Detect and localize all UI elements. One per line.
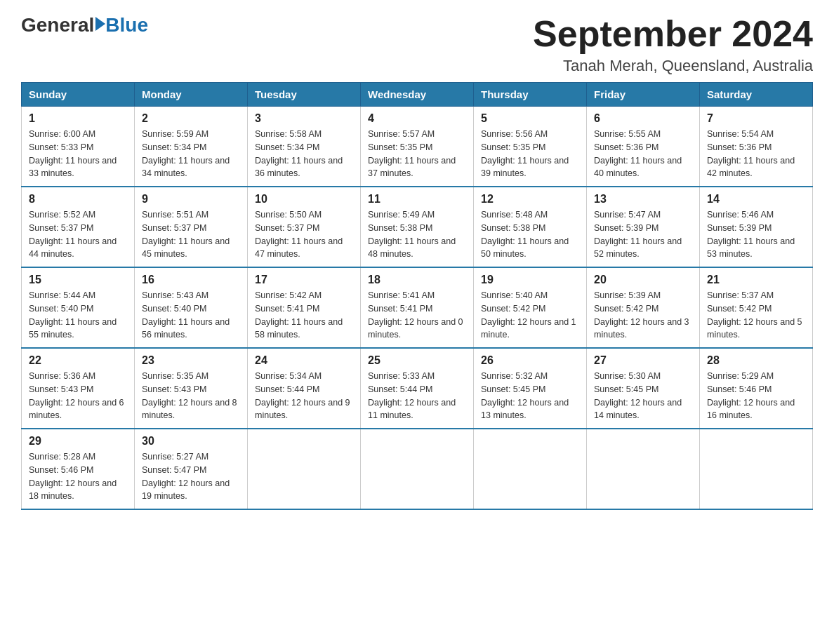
table-row: 29 Sunrise: 5:28 AMSunset: 5:46 PMDaylig… [22, 429, 135, 509]
logo-blue-container: Blue [94, 14, 148, 36]
table-row: 17 Sunrise: 5:42 AMSunset: 5:41 PMDaylig… [248, 267, 361, 348]
day-info: Sunrise: 5:37 AMSunset: 5:42 PMDaylight:… [707, 289, 805, 342]
logo-triangle-icon [95, 17, 105, 31]
calendar-week-row: 8 Sunrise: 5:52 AMSunset: 5:37 PMDayligh… [22, 187, 813, 267]
logo-blue-text: Blue [105, 14, 148, 36]
calendar-week-row: 29 Sunrise: 5:28 AMSunset: 5:46 PMDaylig… [22, 429, 813, 509]
day-info: Sunrise: 5:28 AMSunset: 5:46 PMDaylight:… [29, 450, 127, 503]
empty-cell [248, 429, 361, 509]
day-info: Sunrise: 5:40 AMSunset: 5:42 PMDaylight:… [481, 289, 579, 342]
table-row: 8 Sunrise: 5:52 AMSunset: 5:37 PMDayligh… [22, 187, 135, 267]
day-info: Sunrise: 5:47 AMSunset: 5:39 PMDaylight:… [594, 208, 692, 261]
day-info: Sunrise: 5:33 AMSunset: 5:44 PMDaylight:… [368, 370, 466, 422]
day-number: 9 [142, 193, 240, 206]
day-number: 23 [142, 354, 240, 367]
day-info: Sunrise: 5:44 AMSunset: 5:40 PMDaylight:… [29, 289, 127, 342]
table-row: 23 Sunrise: 5:35 AMSunset: 5:43 PMDaylig… [135, 348, 248, 429]
day-number: 18 [368, 274, 466, 286]
col-header-thursday: Thursday [474, 83, 587, 107]
calendar-header-row: Sunday Monday Tuesday Wednesday Thursday… [22, 83, 813, 107]
title-area: September 2024 Tanah Merah, Queensland, … [533, 14, 813, 75]
empty-cell [700, 429, 813, 509]
day-number: 10 [255, 193, 353, 206]
table-row: 5 Sunrise: 5:56 AMSunset: 5:35 PMDayligh… [474, 107, 587, 187]
logo: General Blue [21, 14, 148, 36]
table-row: 20 Sunrise: 5:39 AMSunset: 5:42 PMDaylig… [587, 267, 700, 348]
table-row: 27 Sunrise: 5:30 AMSunset: 5:45 PMDaylig… [587, 348, 700, 429]
day-info: Sunrise: 5:51 AMSunset: 5:37 PMDaylight:… [142, 208, 240, 261]
col-header-sunday: Sunday [22, 83, 135, 107]
day-info: Sunrise: 5:52 AMSunset: 5:37 PMDaylight:… [29, 208, 127, 261]
table-row: 14 Sunrise: 5:46 AMSunset: 5:39 PMDaylig… [700, 187, 813, 267]
day-number: 6 [594, 112, 692, 125]
table-row: 6 Sunrise: 5:55 AMSunset: 5:36 PMDayligh… [587, 107, 700, 187]
day-number: 1 [29, 112, 127, 125]
table-row: 21 Sunrise: 5:37 AMSunset: 5:42 PMDaylig… [700, 267, 813, 348]
day-info: Sunrise: 5:55 AMSunset: 5:36 PMDaylight:… [594, 128, 692, 180]
col-header-saturday: Saturday [700, 83, 813, 107]
day-info: Sunrise: 5:54 AMSunset: 5:36 PMDaylight:… [707, 128, 805, 180]
month-title: September 2024 [533, 14, 813, 54]
day-info: Sunrise: 5:27 AMSunset: 5:47 PMDaylight:… [142, 450, 240, 503]
table-row: 1 Sunrise: 6:00 AMSunset: 5:33 PMDayligh… [22, 107, 135, 187]
col-header-monday: Monday [135, 83, 248, 107]
day-info: Sunrise: 5:35 AMSunset: 5:43 PMDaylight:… [142, 370, 240, 422]
day-number: 2 [142, 112, 240, 125]
table-row: 11 Sunrise: 5:49 AMSunset: 5:38 PMDaylig… [361, 187, 474, 267]
table-row: 15 Sunrise: 5:44 AMSunset: 5:40 PMDaylig… [22, 267, 135, 348]
col-header-friday: Friday [587, 83, 700, 107]
day-number: 19 [481, 274, 579, 286]
day-info: Sunrise: 5:29 AMSunset: 5:46 PMDaylight:… [707, 370, 805, 422]
table-row: 22 Sunrise: 5:36 AMSunset: 5:43 PMDaylig… [22, 348, 135, 429]
day-number: 16 [142, 274, 240, 286]
day-number: 24 [255, 354, 353, 367]
day-number: 11 [368, 193, 466, 206]
day-number: 13 [594, 193, 692, 206]
day-number: 27 [594, 354, 692, 367]
table-row: 3 Sunrise: 5:58 AMSunset: 5:34 PMDayligh… [248, 107, 361, 187]
location-subtitle: Tanah Merah, Queensland, Australia [533, 57, 813, 75]
empty-cell [587, 429, 700, 509]
day-info: Sunrise: 5:48 AMSunset: 5:38 PMDaylight:… [481, 208, 579, 261]
day-info: Sunrise: 5:39 AMSunset: 5:42 PMDaylight:… [594, 289, 692, 342]
day-info: Sunrise: 5:50 AMSunset: 5:37 PMDaylight:… [255, 208, 353, 261]
day-info: Sunrise: 5:30 AMSunset: 5:45 PMDaylight:… [594, 370, 692, 422]
col-header-tuesday: Tuesday [248, 83, 361, 107]
day-info: Sunrise: 5:57 AMSunset: 5:35 PMDaylight:… [368, 128, 466, 180]
table-row: 10 Sunrise: 5:50 AMSunset: 5:37 PMDaylig… [248, 187, 361, 267]
table-row: 2 Sunrise: 5:59 AMSunset: 5:34 PMDayligh… [135, 107, 248, 187]
day-number: 7 [707, 112, 805, 125]
day-number: 17 [255, 274, 353, 286]
day-number: 30 [142, 435, 240, 448]
table-row: 30 Sunrise: 5:27 AMSunset: 5:47 PMDaylig… [135, 429, 248, 509]
day-info: Sunrise: 6:00 AMSunset: 5:33 PMDaylight:… [29, 128, 127, 180]
table-row: 9 Sunrise: 5:51 AMSunset: 5:37 PMDayligh… [135, 187, 248, 267]
day-number: 22 [29, 354, 127, 367]
page-header: General Blue September 2024 Tanah Merah,… [21, 14, 813, 75]
day-number: 20 [594, 274, 692, 286]
day-info: Sunrise: 5:46 AMSunset: 5:39 PMDaylight:… [707, 208, 805, 261]
calendar-week-row: 15 Sunrise: 5:44 AMSunset: 5:40 PMDaylig… [22, 267, 813, 348]
day-number: 25 [368, 354, 466, 367]
day-info: Sunrise: 5:56 AMSunset: 5:35 PMDaylight:… [481, 128, 579, 180]
day-info: Sunrise: 5:32 AMSunset: 5:45 PMDaylight:… [481, 370, 579, 422]
table-row: 13 Sunrise: 5:47 AMSunset: 5:39 PMDaylig… [587, 187, 700, 267]
empty-cell [361, 429, 474, 509]
logo-general-text: General [21, 14, 94, 36]
table-row: 19 Sunrise: 5:40 AMSunset: 5:42 PMDaylig… [474, 267, 587, 348]
day-info: Sunrise: 5:42 AMSunset: 5:41 PMDaylight:… [255, 289, 353, 342]
day-info: Sunrise: 5:59 AMSunset: 5:34 PMDaylight:… [142, 128, 240, 180]
day-info: Sunrise: 5:41 AMSunset: 5:41 PMDaylight:… [368, 289, 466, 342]
empty-cell [474, 429, 587, 509]
day-info: Sunrise: 5:43 AMSunset: 5:40 PMDaylight:… [142, 289, 240, 342]
day-number: 15 [29, 274, 127, 286]
day-info: Sunrise: 5:34 AMSunset: 5:44 PMDaylight:… [255, 370, 353, 422]
day-number: 8 [29, 193, 127, 206]
day-number: 5 [481, 112, 579, 125]
table-row: 24 Sunrise: 5:34 AMSunset: 5:44 PMDaylig… [248, 348, 361, 429]
table-row: 18 Sunrise: 5:41 AMSunset: 5:41 PMDaylig… [361, 267, 474, 348]
table-row: 7 Sunrise: 5:54 AMSunset: 5:36 PMDayligh… [700, 107, 813, 187]
day-number: 12 [481, 193, 579, 206]
day-info: Sunrise: 5:58 AMSunset: 5:34 PMDaylight:… [255, 128, 353, 180]
calendar-week-row: 1 Sunrise: 6:00 AMSunset: 5:33 PMDayligh… [22, 107, 813, 187]
